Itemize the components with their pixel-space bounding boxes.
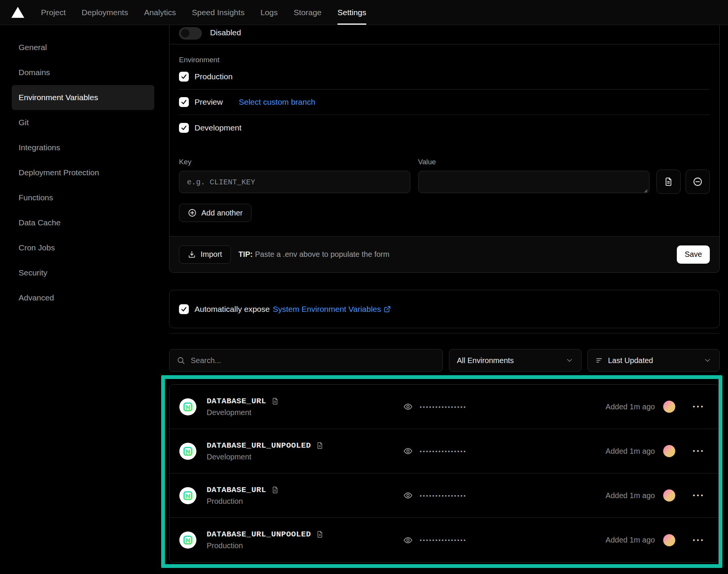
- vercel-settings-page: Project Deployments Analytics Speed Insi…: [0, 0, 728, 574]
- section-divider: [169, 333, 720, 333]
- sort-dropdown[interactable]: Last Updated: [587, 349, 720, 372]
- user-avatar: [663, 401, 675, 413]
- sidebar-item-cron-jobs[interactable]: Cron Jobs: [12, 235, 154, 260]
- top-nav: Project Deployments Analytics Speed Insi…: [0, 0, 728, 25]
- env-var-row: DATABASE_URL_UNPOOLED Development ••••••…: [169, 429, 719, 473]
- neon-integration-icon: [179, 443, 196, 460]
- row-menu-button[interactable]: •••: [693, 537, 705, 544]
- check-icon: [180, 124, 187, 131]
- user-avatar: [663, 489, 675, 502]
- sidebar-item-environment-variables[interactable]: Environment Variables: [12, 85, 154, 110]
- environment-filter-dropdown[interactable]: All Environments: [449, 349, 582, 372]
- nav-item-settings[interactable]: Settings: [337, 0, 366, 25]
- environment-row-preview: Preview Select custom branch: [179, 90, 710, 115]
- sidebar-item-functions[interactable]: Functions: [12, 185, 154, 210]
- search-icon: [176, 356, 185, 365]
- nav-item-deployments[interactable]: Deployments: [82, 0, 128, 25]
- disabled-toggle[interactable]: [179, 27, 202, 39]
- check-icon: [180, 73, 187, 80]
- nav-item-storage[interactable]: Storage: [293, 0, 322, 25]
- select-custom-branch-link[interactable]: Select custom branch: [239, 98, 315, 107]
- masked-value: •••••••••••••••: [420, 537, 467, 543]
- user-avatar: [663, 445, 675, 457]
- copy-note-icon[interactable]: [271, 486, 279, 494]
- resize-grip-icon[interactable]: [643, 188, 648, 193]
- search-input[interactable]: [191, 356, 436, 365]
- nav-item-analytics[interactable]: Analytics: [144, 0, 176, 25]
- sidebar-item-domains[interactable]: Domains: [12, 60, 154, 85]
- toggle-label: Disabled: [210, 28, 241, 37]
- sidebar-item-data-cache[interactable]: Data Cache: [12, 210, 154, 235]
- user-avatar: [663, 534, 675, 546]
- key-input[interactable]: [179, 171, 410, 193]
- paste-env-button[interactable]: [656, 170, 681, 194]
- row-menu-button[interactable]: •••: [693, 492, 705, 499]
- sidebar-item-git[interactable]: Git: [12, 110, 154, 135]
- reveal-value-eye-icon[interactable]: [403, 535, 413, 545]
- plus-circle-icon: [188, 208, 197, 217]
- sort-icon: [595, 356, 604, 365]
- filter-row: All Environments Last Updated: [169, 349, 720, 372]
- copy-note-icon[interactable]: [271, 397, 279, 405]
- minus-circle-icon: [692, 176, 703, 187]
- save-button[interactable]: Save: [677, 245, 710, 264]
- sidebar-item-security[interactable]: Security: [12, 260, 154, 285]
- env-var-environment: Development: [207, 408, 279, 417]
- environment-label: Environment: [179, 56, 710, 64]
- env-var-name: DATABASE_URL: [207, 486, 266, 494]
- nav-item-speed-insights[interactable]: Speed Insights: [192, 0, 245, 25]
- reveal-value-eye-icon[interactable]: [403, 446, 413, 456]
- form-footer: Import TIP:Paste a .env above to populat…: [169, 236, 719, 272]
- environment-row-development: Development: [179, 115, 710, 140]
- nav-items: Project Deployments Analytics Speed Insi…: [41, 0, 366, 25]
- sidebar-item-general[interactable]: General: [12, 35, 154, 60]
- sidebar-item-deployment-protection[interactable]: Deployment Protection: [12, 160, 154, 185]
- env-var-name: DATABASE_URL: [207, 397, 266, 406]
- vercel-logo-icon[interactable]: [11, 7, 24, 18]
- copy-note-icon[interactable]: [316, 442, 324, 450]
- value-input[interactable]: [418, 171, 650, 193]
- copy-note-icon[interactable]: [316, 530, 324, 538]
- download-icon: [188, 250, 196, 259]
- masked-value: •••••••••••••••: [420, 448, 467, 454]
- value-label: Value: [418, 158, 650, 166]
- preview-label: Preview: [195, 98, 223, 107]
- env-var-row: DATABASE_URL Development •••••••••••••••…: [169, 385, 719, 429]
- development-label: Development: [195, 123, 242, 132]
- import-button[interactable]: Import: [179, 245, 231, 264]
- production-checkbox[interactable]: [179, 72, 189, 82]
- sidebar-item-integrations[interactable]: Integrations: [12, 135, 154, 160]
- nav-item-project[interactable]: Project: [41, 0, 66, 25]
- auto-expose-checkbox[interactable]: [179, 304, 189, 314]
- masked-value: •••••••••••••••: [420, 492, 467, 499]
- added-timestamp: Added 1m ago: [606, 491, 655, 500]
- added-timestamp: Added 1m ago: [606, 536, 655, 544]
- row-menu-button[interactable]: •••: [693, 448, 705, 454]
- preview-checkbox[interactable]: [179, 97, 189, 107]
- reveal-value-eye-icon[interactable]: [403, 402, 413, 412]
- toggle-knob: [180, 28, 190, 38]
- system-env-vars-link[interactable]: System Environment Variables: [273, 305, 391, 314]
- nav-item-logs[interactable]: Logs: [260, 0, 278, 25]
- added-timestamp: Added 1m ago: [606, 447, 655, 456]
- remove-row-button[interactable]: [686, 170, 710, 194]
- env-var-name: DATABASE_URL_UNPOOLED: [207, 530, 311, 539]
- added-timestamp: Added 1m ago: [606, 403, 655, 411]
- neon-integration-icon: [179, 487, 196, 504]
- env-var-row: DATABASE_URL Production ••••••••••••••• …: [169, 473, 719, 518]
- search-box: [169, 349, 443, 372]
- development-checkbox[interactable]: [179, 123, 189, 133]
- masked-value: •••••••••••••••: [420, 404, 467, 410]
- row-menu-button[interactable]: •••: [693, 403, 705, 410]
- reveal-value-eye-icon[interactable]: [403, 491, 413, 500]
- auto-expose-label: Automatically expose: [195, 305, 270, 314]
- production-label: Production: [195, 72, 232, 81]
- add-another-button[interactable]: Add another: [179, 204, 251, 222]
- env-var-list: DATABASE_URL Development •••••••••••••••…: [169, 384, 720, 563]
- neon-integration-icon: [179, 532, 196, 549]
- environment-section: Environment Production Preview Select cu…: [169, 56, 719, 140]
- file-icon: [664, 177, 673, 187]
- sidebar-item-advanced[interactable]: Advanced: [12, 285, 154, 310]
- environment-row-production: Production: [179, 64, 710, 90]
- check-icon: [180, 306, 187, 313]
